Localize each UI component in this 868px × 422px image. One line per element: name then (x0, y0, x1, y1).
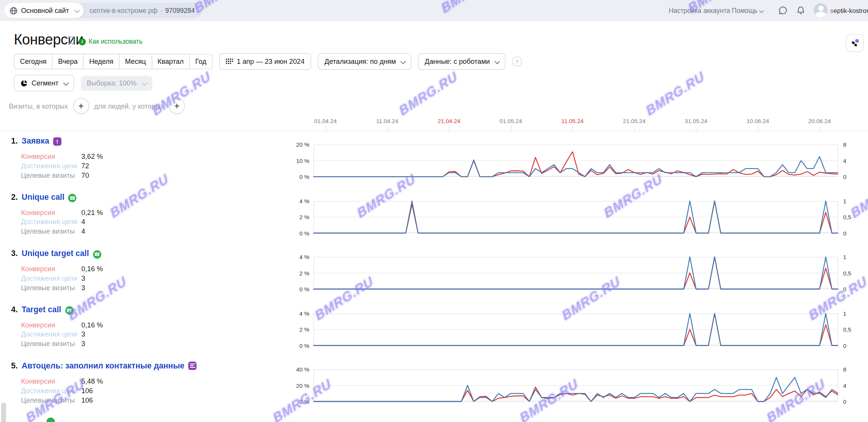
conversion-value: 3,62 % (81, 153, 103, 160)
ai-assistant-button[interactable] (846, 34, 864, 52)
goal-title-link[interactable]: Unique target call (22, 249, 89, 258)
goal-number: 1. (11, 136, 18, 145)
site-switcher-group: Основной сайт септик-в-костроме.рф · 970… (5, 3, 202, 18)
x-axis-labels: 01.04.2411.04.2421.04.2401.05.2411.05.24… (313, 0, 838, 133)
right-axis-label: 0 (843, 398, 846, 405)
counter-domain: септик-в-костроме.рф (90, 6, 158, 14)
reaches-value: 4 (81, 218, 85, 226)
sampling-select[interactable]: Выборка: 100% (80, 76, 152, 90)
right-axis-label: 0 (843, 229, 846, 236)
goal-title-link[interactable]: Заявка (22, 136, 49, 145)
left-axis-label: 20 % (279, 382, 309, 389)
metric-row-target-visits: Целевые визиты 3 (21, 339, 103, 349)
conversion-line-chart (313, 145, 838, 177)
how-to-use-link[interactable]: i Как использовать (79, 38, 142, 45)
reaches-label: Достижения цели (21, 387, 81, 395)
left-axis-label: 0 % (279, 398, 309, 405)
conversion-label: Конверсия (21, 209, 81, 217)
segment-filter-row: Визиты, в которых + для людей, у которых… (9, 98, 185, 114)
goal-header: 3. Unique target call ☎ (11, 248, 101, 258)
metric-row-target-visits: Целевые визиты 4 (21, 227, 103, 236)
conversion-line-chart (313, 201, 838, 233)
period-yesterday-button[interactable]: Вчера (52, 54, 84, 69)
conversion-line (313, 152, 838, 177)
x-axis-tick (387, 126, 388, 131)
x-axis-tick (758, 126, 758, 131)
goal-number: 3. (11, 249, 18, 258)
x-axis-tick (449, 126, 450, 131)
left-axis-label: 40 % (279, 366, 309, 373)
goal-number: 5. (11, 361, 18, 370)
segment-button[interactable]: Сегмент (14, 75, 74, 92)
conversion-label: Конверсия (21, 321, 81, 329)
goal-header: 2. Unique call ☎ (11, 192, 77, 202)
x-axis-tick (511, 126, 511, 131)
goal-chart: 4 %2 %0 %10,50 (313, 257, 838, 289)
phone-icon: ☎ (68, 194, 77, 202)
metric-row-conversion: Конверсия 0,21 % (21, 208, 103, 218)
right-axis-label: 1 (843, 310, 846, 316)
right-axis-label: 4 (843, 157, 846, 164)
x-axis-tick (325, 126, 326, 131)
goal-row: 1. Заявка ! Конверсия 3,62 % Достижения … (0, 133, 868, 190)
metric-row-reaches: Достижения цели 3 (21, 273, 103, 283)
goal-chart: 4 %2 %0 %10,50 (313, 201, 838, 233)
x-axis-date-label: 21.04.24 (438, 117, 461, 124)
left-axis-label: 4 % (279, 254, 309, 260)
reaches-label: Достижения цели (21, 331, 81, 338)
x-axis-date-label: 01.04.24 (314, 117, 337, 124)
right-axis-label: 0,5 (843, 270, 851, 276)
globe-icon (9, 6, 18, 15)
x-axis-tick (819, 126, 820, 131)
bookmark-icon[interactable] (68, 36, 75, 48)
x-axis-date-label: 11.05.24 (562, 117, 584, 124)
period-quarter-button[interactable]: Квартал (152, 54, 190, 69)
metric-row-conversion: Конверсия 3,62 % (21, 152, 103, 161)
right-axis-label: 1 (843, 198, 846, 204)
right-axis-label: 1 (843, 254, 846, 260)
target-visits-label: Целевые визиты (21, 340, 81, 348)
goal-chart: 20 %10 %0 %840 (313, 145, 838, 177)
conversion-line-chart (313, 370, 838, 402)
goal-number: 4. (11, 305, 18, 314)
add-people-condition-button[interactable]: + (169, 98, 185, 114)
goal-title-link[interactable]: Unique call (22, 193, 65, 201)
scrollbar-thumb[interactable] (1, 403, 6, 422)
reaches-line (313, 156, 838, 177)
period-switcher: Сегодня Вчера Неделя Месяц Квартал Год (14, 54, 212, 69)
reaches-label: Достижения цели (21, 218, 81, 226)
conversion-line-chart (313, 257, 838, 289)
period-week-button[interactable]: Неделя (84, 54, 119, 69)
calendar-grid-icon (226, 58, 233, 65)
site-switcher[interactable]: Основной сайт (5, 3, 84, 18)
date-range-label: 1 апр — 23 июн 2024 (237, 58, 305, 65)
goal-metrics: Конверсия 3,62 % Достижения цели 72 Целе… (21, 152, 103, 180)
left-axis-label: 10 % (279, 157, 309, 164)
period-today-button[interactable]: Сегодня (14, 54, 52, 69)
conversion-value: 0,16 % (81, 265, 103, 273)
goal-header: 1. Заявка ! (11, 136, 62, 145)
phone-icon: ☎ (65, 307, 73, 315)
segment-row: Сегмент Выборка: 100% (14, 75, 152, 92)
pie-chart-icon (21, 79, 28, 87)
reaches-label: Достижения цели (21, 275, 81, 282)
period-month-button[interactable]: Месяц (120, 54, 152, 69)
goal-row: 3. Unique target call ☎ Конверсия 0,16 %… (0, 246, 868, 303)
goal-metrics: Конверсия 0,16 % Достижения цели 3 Целев… (21, 321, 103, 349)
reaches-value: 72 (81, 162, 89, 169)
reaches-line (313, 378, 838, 401)
right-axis-label: 0 (843, 342, 846, 349)
goal-title-link[interactable]: Автоцель: заполнил контактные данные (22, 361, 185, 370)
period-year-button[interactable]: Год (190, 54, 213, 69)
goal-row: 5. Автоцель: заполнил контактные данные … (0, 359, 868, 415)
date-range-button[interactable]: 1 апр — 23 июн 2024 (219, 53, 311, 70)
right-axis-label: 0,5 (843, 213, 851, 220)
goal-icon-slot: ☎ (65, 305, 73, 315)
metric-row-reaches: Достижения цели 106 (21, 386, 103, 396)
target-visits-label: Целевые визиты (21, 171, 81, 179)
x-axis-tick (696, 126, 696, 131)
separator-dot: · (160, 6, 163, 14)
add-visit-condition-button[interactable]: + (73, 98, 89, 114)
goal-title-link[interactable]: Target call (22, 305, 61, 314)
contact-card-icon (188, 362, 197, 370)
